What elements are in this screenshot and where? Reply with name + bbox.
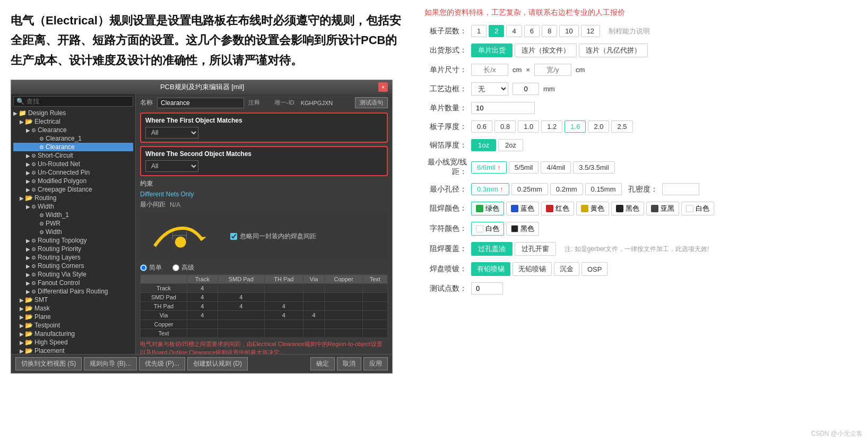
spray-btn[interactable]: OSP bbox=[581, 262, 607, 276]
cell-value[interactable] bbox=[325, 329, 362, 338]
thickness-btn-1.2[interactable]: 1.2 bbox=[541, 120, 562, 133]
tree-item-width-1[interactable]: ⚙Width_1 bbox=[13, 211, 133, 219]
tree-item-routing-layers[interactable]: ▶⚙Routing Layers bbox=[13, 253, 133, 262]
simple-radio[interactable] bbox=[140, 264, 147, 271]
cell-value[interactable] bbox=[325, 320, 362, 329]
tree-item-routing-via-style[interactable]: ▶⚙Routing Via Style bbox=[13, 270, 133, 279]
cell-value[interactable] bbox=[218, 320, 264, 329]
thickness-btn-2.0[interactable]: 2.0 bbox=[588, 120, 609, 133]
size-y-input[interactable] bbox=[534, 64, 571, 76]
qty-select[interactable]: 10 25 50 100 bbox=[471, 102, 535, 114]
tree-item-clearance-parent[interactable]: ▶⚙Clearance bbox=[13, 126, 133, 134]
layer-btn-4[interactable]: 4 bbox=[506, 25, 522, 37]
create-default-btn[interactable]: 创建默认规则 (D) bbox=[187, 357, 248, 370]
advanced-option[interactable]: 高级 bbox=[172, 263, 194, 272]
tree-item-differential-pairs[interactable]: ▶⚙Differential Pairs Routing bbox=[13, 287, 133, 296]
where-first-select[interactable]: All bbox=[145, 127, 198, 139]
cell-value[interactable]: 4 bbox=[187, 302, 218, 311]
craft-input[interactable] bbox=[513, 83, 539, 95]
tree-item-width-item[interactable]: ⚙Width bbox=[13, 228, 133, 236]
cell-value[interactable]: 4 bbox=[187, 284, 218, 293]
tree-item-clearance[interactable]: ⚙Clearance bbox=[13, 143, 133, 151]
cell-value[interactable] bbox=[264, 329, 303, 338]
thickness-btn-1.0[interactable]: 1.0 bbox=[518, 120, 539, 133]
thickness-btn-0.8[interactable]: 0.8 bbox=[494, 120, 516, 133]
cell-value[interactable] bbox=[325, 293, 362, 302]
tree-item-high-speed[interactable]: ▶📂High Speed bbox=[13, 338, 133, 347]
hole-btn[interactable]: 0.2mm bbox=[550, 183, 583, 195]
rule-wizard-btn[interactable]: 规则向导 (B)... bbox=[84, 357, 136, 370]
solder-color-红色[interactable]: 红色 bbox=[541, 202, 574, 215]
copper-btn[interactable]: 2oz bbox=[498, 139, 523, 151]
tree-item-creepage-distance[interactable]: ▶⚙Creepage Distance bbox=[13, 185, 133, 194]
tree-item-modified-polygon[interactable]: ▶⚙Modified Polygon bbox=[13, 177, 133, 185]
size-x-input[interactable] bbox=[471, 64, 508, 76]
cell-value[interactable] bbox=[362, 284, 387, 293]
cell-value[interactable] bbox=[325, 311, 362, 320]
delivery-btn[interactable]: 连片（凡亿代拼） bbox=[579, 44, 648, 57]
tree-item-smt[interactable]: ▶📂SMT bbox=[13, 296, 133, 304]
cell-value[interactable]: 4 bbox=[187, 311, 218, 320]
char-color-黑色[interactable]: 黑色 bbox=[506, 222, 539, 236]
cell-value[interactable]: 4 bbox=[264, 302, 303, 311]
spray-btn[interactable]: 无铅喷锡 bbox=[513, 262, 552, 276]
solder-color-亚黑[interactable]: 亚黑 bbox=[646, 202, 679, 215]
cell-value[interactable] bbox=[362, 311, 387, 320]
cell-value[interactable] bbox=[264, 320, 303, 329]
hole-btn[interactable]: 0.3mm ↑ bbox=[471, 183, 509, 195]
cell-value[interactable] bbox=[362, 293, 387, 302]
where-second-select[interactable]: All bbox=[145, 160, 198, 172]
delivery-btn[interactable]: 单片出货 bbox=[471, 44, 513, 57]
craft-select[interactable]: 无 有 bbox=[471, 82, 508, 96]
tree-item-routing-topology[interactable]: ▶⚙Routing Topology bbox=[13, 236, 133, 245]
solder-color-黄色[interactable]: 黄色 bbox=[576, 202, 609, 215]
advanced-radio[interactable] bbox=[172, 264, 179, 271]
spray-btn[interactable]: 沉金 bbox=[554, 262, 579, 276]
thickness-btn-1.6[interactable]: 1.6 bbox=[565, 120, 586, 133]
trace-btn[interactable]: 4/4mil bbox=[541, 161, 571, 174]
test-count-input[interactable] bbox=[471, 282, 503, 295]
layer-btn-12[interactable]: 12 bbox=[581, 25, 600, 37]
priority-btn[interactable]: 优先级 (P)... bbox=[139, 357, 185, 370]
apply-btn[interactable]: 应用 bbox=[363, 357, 388, 370]
dialog-close-button[interactable]: × bbox=[378, 82, 388, 92]
cell-value[interactable] bbox=[218, 284, 264, 293]
delivery-btn[interactable]: 连片（按文件） bbox=[515, 44, 577, 57]
cover-btn[interactable]: 过孔开窗 bbox=[515, 242, 556, 256]
layer-btn-10[interactable]: 10 bbox=[559, 25, 578, 37]
cell-value[interactable] bbox=[362, 329, 387, 338]
search-bar[interactable]: 🔍 bbox=[13, 96, 133, 107]
cell-value[interactable]: 4 bbox=[303, 311, 324, 320]
tree-item-un-connected-pin[interactable]: ▶⚙Un-Connected Pin bbox=[13, 168, 133, 177]
tree-item-mask[interactable]: ▶📂Mask bbox=[13, 304, 133, 313]
density-input[interactable] bbox=[662, 183, 699, 195]
ignore-checkbox[interactable] bbox=[230, 233, 237, 240]
cell-value[interactable] bbox=[187, 329, 218, 338]
tree-item-testpoint[interactable]: ▶📂Testpoint bbox=[13, 321, 133, 330]
cell-value[interactable] bbox=[325, 284, 362, 293]
thickness-btn-2.5[interactable]: 2.5 bbox=[611, 120, 632, 133]
solder-color-白色[interactable]: 白色 bbox=[681, 202, 714, 215]
tree-item-width[interactable]: ▶⚙Width bbox=[13, 202, 133, 211]
cell-value[interactable] bbox=[362, 320, 387, 329]
name-input[interactable] bbox=[157, 98, 244, 108]
layer-btn-8[interactable]: 8 bbox=[542, 25, 557, 37]
trace-btn[interactable]: 3.5/3.5mil bbox=[573, 161, 614, 174]
solder-color-黑色[interactable]: 黑色 bbox=[611, 202, 644, 215]
solder-color-蓝色[interactable]: 蓝色 bbox=[506, 202, 539, 215]
cell-value[interactable] bbox=[218, 329, 264, 338]
tree-item-routing-priority[interactable]: ▶⚙Routing Priority bbox=[13, 245, 133, 253]
cell-value[interactable]: 4 bbox=[218, 293, 264, 302]
cell-value[interactable] bbox=[303, 284, 324, 293]
tree-item-fanout-control[interactable]: ▶⚙Fanout Control bbox=[13, 279, 133, 287]
tree-item-pwr[interactable]: ⚙PWR bbox=[13, 219, 133, 228]
ok-btn[interactable]: 确定 bbox=[310, 357, 335, 370]
layer-btn-1[interactable]: 1 bbox=[471, 25, 487, 37]
cell-value[interactable] bbox=[362, 302, 387, 311]
cell-value[interactable] bbox=[264, 293, 303, 302]
cell-value[interactable] bbox=[303, 329, 324, 338]
tree-item-clearance-1[interactable]: ⚙Clearance_1 bbox=[13, 134, 133, 143]
tree-item-electrical[interactable]: ▶📂Electrical bbox=[13, 117, 133, 126]
cancel-btn[interactable]: 取消 bbox=[337, 357, 361, 370]
tree-item-short-circuit[interactable]: ▶⚙Short-Circuit bbox=[13, 151, 133, 160]
